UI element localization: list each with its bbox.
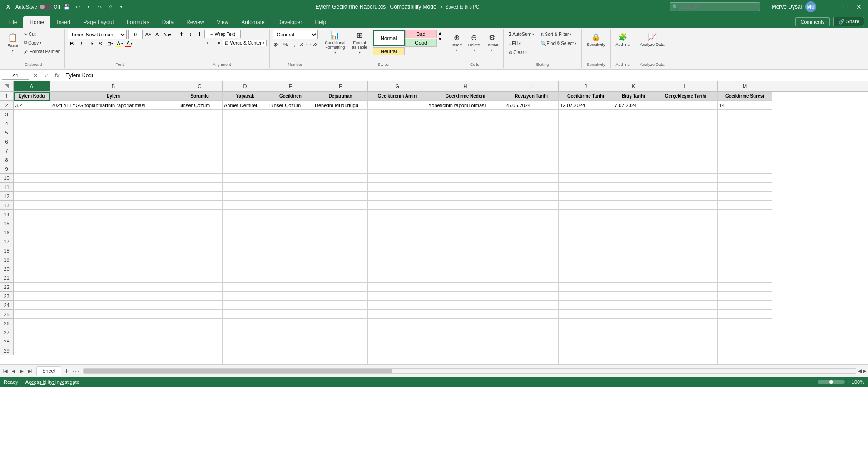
row-header-16[interactable]: 16 [0,228,14,237]
strikethrough-button[interactable]: S [96,40,104,48]
italic-button[interactable]: I [77,40,85,48]
row-header-23[interactable]: 23 [0,292,14,301]
comments-btn[interactable]: Comments [795,17,829,26]
align-center-button[interactable]: ≡ [186,39,194,47]
cell-j3[interactable] [559,110,613,119]
cell-d1[interactable]: Yapacak [223,92,268,101]
cell-d2[interactable]: Ahmet Demirel [223,101,268,110]
cell-k1[interactable]: Bitiş Tarihi [613,92,654,101]
zoom-slider[interactable] [818,380,845,384]
col-header-l[interactable]: L [654,81,718,91]
col-header-b[interactable]: B [50,81,177,91]
cell-b3[interactable] [50,110,177,119]
row-header-28[interactable]: 28 [0,337,14,346]
row-header-13[interactable]: 13 [0,201,14,210]
borders-button[interactable]: ⊞▾ [106,40,114,48]
tab-file[interactable]: File [2,16,23,28]
sensitivity-button[interactable]: 🔒 Sensitivity [585,30,608,49]
normal-style-button[interactable]: Normal [373,30,405,46]
cell-i3[interactable] [504,110,559,119]
tab-automate[interactable]: Automate [235,16,271,28]
copy-button[interactable]: ⧉ Copy ▾ [22,39,62,47]
row-header-27[interactable]: 27 [0,328,14,337]
cell-c1[interactable]: Sorumlu [177,92,223,101]
horizontal-scrollbar[interactable] [83,368,856,374]
number-format-select[interactable]: General [273,30,318,39]
underline-button[interactable]: U ▾ [87,40,95,48]
styles-scroll-down[interactable]: ▼ [437,36,443,42]
function-insert-icon[interactable]: fx [53,71,62,80]
row-header-18[interactable]: 18 [0,246,14,255]
fill-color-button[interactable]: A ▾ [115,40,124,48]
align-top-button[interactable]: ⬆ [177,30,185,38]
change-case-button[interactable]: Aa▾ [163,30,171,39]
row-header-20[interactable]: 20 [0,264,14,273]
cell-h3[interactable] [427,110,504,119]
function-expand-icon[interactable]: ✕ [31,71,40,80]
row-header-29[interactable]: 29 [0,346,14,355]
scroll-dots-icon[interactable]: ⋯ [72,367,79,375]
col-header-h[interactable]: H [427,81,504,91]
autosum-button[interactable]: Σ AutoSum ▾ [506,30,536,38]
clear-button[interactable]: ⊘ Clear ▾ [506,48,536,56]
decrease-font-button[interactable]: A- [154,30,162,39]
user-avatar[interactable]: MU [805,1,816,12]
cell-m3[interactable] [718,110,772,119]
cut-button[interactable]: ✂ Cut [22,30,62,38]
row-header-10[interactable]: 10 [0,174,14,183]
cell-l1[interactable]: Gerçekleşme Tarihi [654,92,718,101]
col-header-c[interactable]: C [177,81,223,91]
align-middle-button[interactable]: ↕ [186,30,194,38]
align-right-button[interactable]: ≡ [195,39,203,47]
cell-c3[interactable] [177,110,223,119]
cell-f2[interactable]: Denetim Müdürlüğü [313,101,368,110]
autosave-toggle[interactable]: AutoSave Off [15,4,60,10]
cell-k2[interactable]: 7.07.2024 [613,101,654,110]
bad-style-button[interactable]: Bad [405,30,437,38]
row-header-24[interactable]: 24 [0,301,14,310]
col-header-d[interactable]: D [223,81,268,91]
print-icon[interactable]: 🖨 [106,3,114,11]
row-header-9[interactable]: 9 [0,164,14,174]
scrollbar-thumb[interactable] [84,369,392,373]
insert-button[interactable]: ⊕ Insert ▾ [449,30,465,55]
next-sheet-arrow[interactable]: ▶ [18,368,25,375]
cell-ref-input[interactable] [2,71,29,80]
cell-i1[interactable]: Revizyon Tarihi [504,92,559,101]
row-header-11[interactable]: 11 [0,183,14,192]
col-header-f[interactable]: F [313,81,368,91]
fill-button[interactable]: ↓ Fill ▾ [506,39,536,47]
format-button[interactable]: ⚙ Format ▾ [483,30,501,55]
cell-g2[interactable] [368,101,427,110]
row-header-1[interactable]: 1 [0,92,14,101]
tab-insert[interactable]: Insert [50,16,77,28]
font-color-button[interactable]: A ▾ [125,40,133,48]
cell-e2[interactable]: Binser Çözüm [268,101,313,110]
tab-home[interactable]: Home [23,16,50,28]
tab-help[interactable]: Help [308,16,332,28]
cell-m1[interactable]: Geciktirme Süresi [718,92,772,101]
align-bottom-button[interactable]: ⬇ [195,30,203,38]
row-header-7[interactable]: 7 [0,146,14,155]
scroll-right-arrow[interactable]: ▶ [863,368,866,374]
cell-b1[interactable]: Eylem [50,92,177,101]
cell-j2[interactable]: 12.07.2024 [559,101,613,110]
zoom-out-button[interactable]: − [813,379,816,385]
function-check-icon[interactable]: ✓ [42,71,51,80]
row-header-15[interactable]: 15 [0,219,14,228]
col-header-j[interactable]: J [559,81,613,91]
cell-k3[interactable] [613,110,654,119]
save-icon[interactable]: 💾 [63,3,71,11]
tab-data[interactable]: Data [156,16,180,28]
cell-d3[interactable] [223,110,268,119]
redo-icon[interactable]: ↪ [95,3,104,11]
percent-button[interactable]: % [282,40,290,49]
wrap-text-button[interactable]: ↵ Wrap Text [204,30,241,38]
decrease-decimal-button[interactable]: ←.0 [309,40,317,49]
col-header-a[interactable]: A [14,81,50,91]
row-header-22[interactable]: 22 [0,283,14,292]
merge-center-button[interactable]: ⊡ Merge & Center ▾ [223,40,267,46]
tab-developer[interactable]: Developer [271,16,309,28]
cell-l3[interactable] [654,110,718,119]
last-sheet-arrow[interactable]: ▶| [26,368,34,375]
